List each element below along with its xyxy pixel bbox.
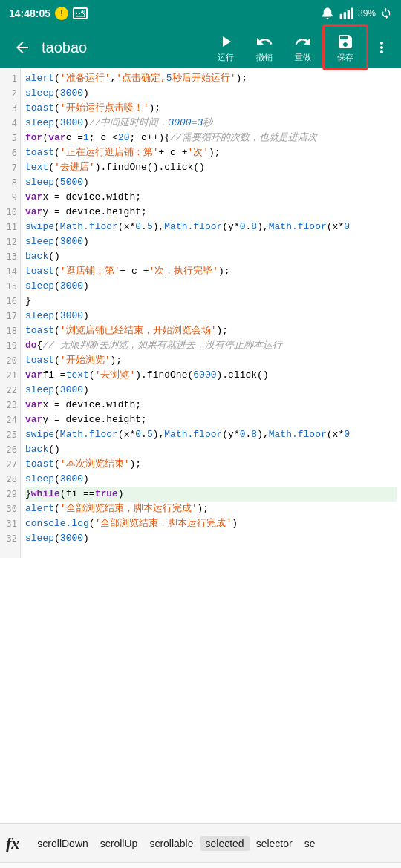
undo-button[interactable]: 撤销 xyxy=(245,28,284,67)
line-number: 26 xyxy=(7,442,17,457)
code-line[interactable]: swipe(Math.floor(x*0.5),Math.floor(y*0.8… xyxy=(25,220,397,234)
hint-item[interactable]: scrollUp xyxy=(94,838,144,849)
line-number: 5 xyxy=(12,131,17,145)
code-line[interactable]: text('去进店').findOne().click() xyxy=(25,160,397,175)
code-line[interactable]: toast('开始运行点击喽！'); xyxy=(25,101,397,116)
code-line[interactable]: alert('准备运行', '点击确定,5秒后开始运行'); xyxy=(25,71,397,86)
code-line[interactable]: toast('逛店铺：第' + c + '次，执行完毕'); xyxy=(25,264,397,279)
line-number: 31 xyxy=(7,516,17,531)
battery-status: 39% xyxy=(358,8,376,19)
code-line[interactable]: sleep(3000) xyxy=(25,279,397,294)
svg-rect-2 xyxy=(340,14,342,19)
code-line[interactable]: swipe(Math.floor(x*0.5),Math.floor(y*0.8… xyxy=(25,427,397,442)
fx-label: fx xyxy=(6,834,19,853)
keyboard-hints: fx scrollDownscrollUpscrollableselecteds… xyxy=(0,823,401,862)
line-number: 23 xyxy=(7,398,17,412)
run-button[interactable]: 运行 xyxy=(206,28,245,67)
code-line[interactable]: var x = device.width; xyxy=(25,190,397,205)
line-number: 4 xyxy=(12,116,17,131)
status-bar: 14:48:05 ! 39% xyxy=(0,0,401,27)
code-line[interactable]: toast('本次浏览结束'); xyxy=(25,457,397,472)
hint-item[interactable]: se xyxy=(299,838,322,849)
code-line[interactable]: console.log('全部浏览结束，脚本运行完成') xyxy=(25,516,397,531)
line-number: 12 xyxy=(7,234,17,249)
svg-rect-5 xyxy=(351,8,353,19)
save-button[interactable]: 保存 xyxy=(326,28,365,67)
code-line[interactable]: sleep(3000) xyxy=(25,383,397,398)
toolbar-actions: 运行 撤销 重做 保存 xyxy=(206,24,395,70)
code-line[interactable]: back() xyxy=(25,442,397,457)
line-number: 2 xyxy=(12,86,17,101)
image-icon xyxy=(73,7,88,19)
warning-icon: ! xyxy=(55,7,68,20)
code-line[interactable]: sleep(3000) //中间延时时间，3000=3秒 xyxy=(25,116,397,131)
line-number: 3 xyxy=(12,101,17,116)
line-number: 14 xyxy=(7,264,17,279)
code-line[interactable]: var x = device.width; xyxy=(25,398,397,412)
code-line[interactable]: for(var c = 1; c < 20; c++){ //需要循环的次数，也… xyxy=(25,131,397,145)
code-line[interactable]: sleep(3000) xyxy=(25,472,397,487)
code-line[interactable]: sleep(5000) xyxy=(25,175,397,190)
line-number: 8 xyxy=(12,175,17,190)
back-button[interactable] xyxy=(6,31,39,64)
line-number: 6 xyxy=(12,145,17,160)
code-line[interactable]: var y = device.height; xyxy=(25,205,397,220)
alarm-icon xyxy=(321,7,334,20)
code-line[interactable]: sleep(3000) xyxy=(25,309,397,323)
code-line[interactable]: toast('开始浏览'); xyxy=(25,353,397,368)
line-number: 15 xyxy=(7,279,17,294)
line-number: 13 xyxy=(7,249,17,264)
line-number: 32 xyxy=(7,531,17,546)
line-number: 28 xyxy=(7,472,17,487)
hint-item[interactable]: selected xyxy=(200,836,250,851)
code-line[interactable]: sleep(3000) xyxy=(25,234,397,249)
svg-point-1 xyxy=(82,10,84,13)
hint-item[interactable]: selector xyxy=(250,838,299,849)
line-number: 24 xyxy=(7,412,17,427)
symbol-bar: "()=;/{}!|&-[]+ xyxy=(0,862,401,868)
code-line[interactable]: } xyxy=(25,294,397,309)
line-number: 27 xyxy=(7,457,17,472)
page-title: taobao xyxy=(39,39,206,56)
svg-rect-3 xyxy=(344,12,346,19)
line-number: 16 xyxy=(7,294,17,309)
line-number: 11 xyxy=(7,220,17,234)
code-line[interactable]: var fi = text('去浏览').findOne(6000).click… xyxy=(25,368,397,383)
line-numbers: 1234567891011121314151617181920212223242… xyxy=(0,68,21,558)
empty-editor-space xyxy=(0,558,401,823)
code-line[interactable]: back() xyxy=(25,249,397,264)
line-number: 18 xyxy=(7,323,17,338)
code-line[interactable]: sleep(3000) xyxy=(25,531,397,546)
redo-button[interactable]: 重做 xyxy=(284,28,322,67)
line-number: 10 xyxy=(7,205,17,220)
status-right: 39% xyxy=(321,7,392,20)
code-line[interactable]: toast('正在运行逛店铺：第' + c + '次'); xyxy=(25,145,397,160)
line-number: 20 xyxy=(7,353,17,368)
more-options-button[interactable] xyxy=(368,31,395,64)
code-line[interactable]: var y = device.height; xyxy=(25,412,397,427)
code-editor[interactable]: 1234567891011121314151617181920212223242… xyxy=(0,68,401,558)
code-line[interactable]: toast('浏览店铺已经结束，开始浏览会场'); xyxy=(25,323,397,338)
line-number: 1 xyxy=(12,71,17,86)
line-number: 30 xyxy=(7,502,17,516)
toolbar: taobao 运行 撤销 重做 保存 xyxy=(0,27,401,68)
signal-icon xyxy=(339,7,353,20)
hint-item[interactable]: scrollable xyxy=(143,838,199,849)
hint-item[interactable]: scrollDown xyxy=(31,838,94,849)
line-number: 19 xyxy=(7,338,17,353)
code-content[interactable]: alert('准备运行', '点击确定,5秒后开始运行');sleep(3000… xyxy=(21,68,401,558)
line-number: 22 xyxy=(7,383,17,398)
line-number: 25 xyxy=(7,427,17,442)
line-number: 17 xyxy=(7,309,17,323)
line-number: 21 xyxy=(7,368,17,383)
code-line[interactable]: }while(fi == true) xyxy=(25,487,397,502)
code-line[interactable]: sleep(3000) xyxy=(25,86,397,101)
save-button-highlight: 保存 xyxy=(322,24,368,70)
svg-rect-4 xyxy=(348,10,350,19)
line-number: 29 xyxy=(7,487,17,502)
sync-icon xyxy=(380,7,392,19)
code-line[interactable]: do{ // 无限判断去浏览，如果有就进去，没有停止脚本运行 xyxy=(25,338,397,353)
line-number: 7 xyxy=(12,160,17,175)
line-number: 9 xyxy=(12,190,17,205)
code-line[interactable]: alert('全部浏览结束，脚本运行完成'); xyxy=(25,502,397,516)
